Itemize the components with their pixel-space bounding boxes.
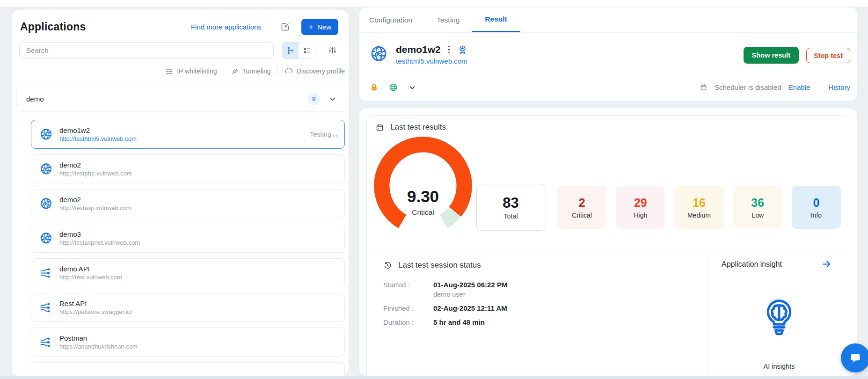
ai-insights-bulb-icon[interactable] — [760, 292, 798, 341]
chevron-down-icon[interactable] — [328, 95, 336, 103]
group-demo[interactable]: demo 9 — [16, 86, 346, 112]
web-app-icon — [39, 231, 53, 246]
app-url: https://petstore.swagger.io/ — [59, 308, 132, 315]
globe-icon — [388, 82, 398, 92]
list-item-demo3[interactable]: demo3 http://testaspnet.vulnweb.com — [31, 224, 345, 253]
tab-result[interactable]: Result — [472, 7, 520, 32]
header-actions: Show result Stop test — [744, 47, 850, 64]
app-name: demo2 — [59, 196, 131, 204]
import-icon[interactable] — [280, 22, 290, 32]
session-row-finished: Finished : 02-Aug-2025 12:11 AM — [383, 304, 507, 312]
applications-header: Applications Find more applications + Ne… — [20, 19, 338, 35]
api-app-icon — [39, 300, 53, 315]
risk-score: 9.30 — [374, 187, 472, 206]
app-name: Postman — [59, 334, 138, 342]
divider — [708, 255, 708, 376]
app-name: demo API — [59, 265, 122, 273]
bottom-strip — [0, 376, 868, 379]
api-app-icon — [39, 335, 53, 350]
web-app-icon — [39, 127, 53, 142]
app-header: demo1w2 testhtml5.vulnweb.com — [369, 44, 468, 65]
top-band — [0, 0, 868, 7]
chat-widget-button[interactable] — [841, 343, 868, 372]
application-insight-header: Application insight — [722, 259, 832, 270]
severity-medium-box: 16 Medium — [674, 186, 723, 229]
panel-title: Applications — [20, 21, 86, 33]
history-clock-icon — [383, 261, 392, 270]
severity-critical-box: 2 Critical — [557, 186, 606, 229]
tree-view-icon[interactable] — [282, 42, 299, 58]
api-app-icon — [39, 266, 53, 280]
web-app-icon — [39, 162, 53, 176]
find-more-applications-link[interactable]: Find more applications — [191, 23, 262, 31]
checklist-icon — [165, 67, 174, 75]
divider — [367, 250, 850, 250]
app-name: demo2 — [59, 161, 132, 169]
app-url[interactable]: http://testhtml5.vulnweb.com — [59, 135, 137, 142]
divider — [819, 83, 819, 91]
cloud-icon — [284, 66, 293, 75]
session-title: Last test session status — [398, 261, 481, 270]
web-app-icon — [369, 44, 389, 64]
plug-icon — [231, 67, 239, 75]
risk-level-label: Critical — [374, 208, 472, 217]
session-row-started: Started : 01-Aug-2025 06:22 PM demo user — [383, 281, 507, 298]
filter-tunneling[interactable]: Tunneling — [231, 67, 271, 75]
view-toggle — [282, 42, 315, 59]
severity-high-box: 29 High — [616, 186, 665, 229]
session-user: demo user — [433, 291, 507, 298]
app-name: demo1w2 — [59, 126, 137, 134]
group-count-badge: 9 — [307, 93, 320, 105]
list-item-demo-api[interactable]: demo API http://rest.vulnweb.com — [31, 258, 345, 287]
list-item-demo2-testasp[interactable]: demo2 http://testasp.vulnweb.com — [31, 189, 345, 218]
applications-panel: Applications Find more applications + Ne… — [12, 10, 349, 376]
severity-info-box: 0 Info — [792, 186, 841, 229]
severity-summary-row: 2 Critical 29 High 16 Medium 36 Low 0 — [557, 186, 841, 229]
results-title: Last test results — [390, 123, 446, 132]
list-item-demo1w2[interactable]: demo1w2 http://testhtml5.vulnweb.com Tes… — [31, 120, 345, 149]
meta-row: Scheduler is disabled Enable History — [370, 82, 850, 92]
filter-divider — [224, 67, 224, 75]
total-vulnerabilities-box: 83 Total — [476, 184, 545, 231]
award-badge-icon — [457, 44, 468, 55]
app-domain-link[interactable]: testhtml5.vulnweb.com — [396, 57, 468, 65]
kebab-menu-icon[interactable] — [447, 45, 451, 55]
app-url: http://testaspnet.vulnweb.com — [59, 239, 140, 246]
scheduler-enable-link[interactable]: Enable — [788, 83, 810, 91]
show-result-button[interactable]: Show result — [744, 47, 799, 64]
arrow-right-icon[interactable] — [821, 259, 832, 270]
filter-sliders-icon[interactable] — [328, 46, 337, 55]
last-test-results-card: Last test results 9.30 Critical 83 Total… — [366, 115, 850, 376]
list-item-postman[interactable]: Postman https://anandhukrishnan.com — [31, 328, 345, 357]
app-url: http://testphp.vulnweb.com — [59, 170, 132, 177]
list-item-partial[interactable] — [31, 362, 345, 376]
filter-ip-whitelisting[interactable]: IP whitelisting — [165, 67, 217, 75]
list-item-rest-api[interactable]: Rest API https://petstore.swagger.io/ — [31, 293, 345, 322]
filter-divider — [277, 67, 278, 75]
chat-bubble-icon — [848, 350, 863, 365]
stop-test-button[interactable]: Stop test — [806, 48, 850, 63]
search-input[interactable] — [19, 42, 274, 59]
scheduler-history-link[interactable]: History — [828, 83, 850, 91]
filters-row: IP whitelisting Tunneling Discovery prof… — [12, 66, 345, 75]
risk-gauge-wrap: 9.30 Critical — [374, 137, 472, 235]
severity-low-box: 36 Low — [733, 186, 782, 229]
list-item-demo2-testphp[interactable]: demo2 http://testphp.vulnweb.com — [31, 154, 345, 183]
tab-testing[interactable]: Testing — [437, 7, 460, 32]
calendar-icon — [700, 83, 708, 91]
list-view-icon[interactable] — [299, 42, 315, 58]
plus-icon: + — [308, 22, 314, 31]
session-status-block: Last test session status Started : 01-Au… — [383, 261, 507, 332]
new-application-button[interactable]: + New — [301, 19, 338, 35]
app-url: https://anandhukrishnan.com — [59, 343, 138, 350]
filter-discovery-profile[interactable]: Discovery profile — [284, 66, 345, 75]
session-row-duration: Duration : 5 hr and 48 min — [383, 318, 507, 326]
chevron-down-icon[interactable] — [408, 83, 416, 92]
web-app-icon — [39, 197, 53, 211]
risk-gauge — [374, 137, 472, 235]
tab-bar: Configuration Testing Result — [359, 7, 857, 33]
tab-configuration[interactable]: Configuration — [369, 7, 412, 32]
ai-insights-label: AI insights — [746, 363, 812, 370]
page-title: demo1w2 — [396, 44, 441, 55]
app-url: http://testasp.vulnweb.com — [59, 204, 131, 211]
